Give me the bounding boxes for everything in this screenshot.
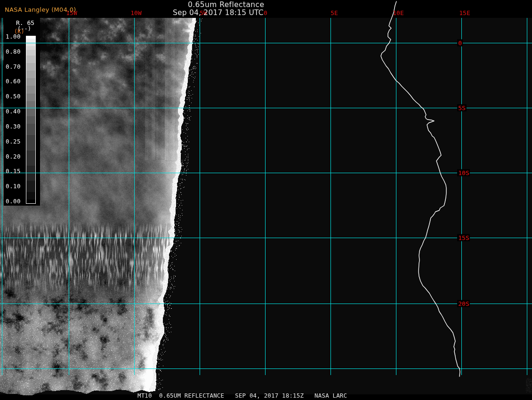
lon-label-5E: 5E xyxy=(330,10,338,16)
nasa-credit-label: NASA Langley (M04.0) xyxy=(5,7,76,13)
colorbar-tick-0.60: 0.60 xyxy=(6,79,21,85)
lat-label-5S: 5S xyxy=(457,104,467,112)
colorbar-tick-0.70: 0.70 xyxy=(6,64,21,70)
lon-label-15E: 15E xyxy=(459,10,470,16)
colorbar-tick-0.00: 0.00 xyxy=(6,199,21,205)
lon-label-10W: 10W xyxy=(130,10,141,16)
colorbar-tick-0.30: 0.30 xyxy=(6,124,21,130)
colorbar-tick-0.50: 0.50 xyxy=(6,94,21,100)
colorbar-tick-0.20: 0.20 xyxy=(6,153,21,160)
lat-label-15S: 15S xyxy=(457,234,470,241)
colorbar-tick-1.00: 1.00 xyxy=(6,34,21,40)
lat-label-20S: 20S xyxy=(457,300,470,307)
colorbar-tick-0.15: 0.15 xyxy=(6,168,21,175)
footer-caption: MT10 0.65UM REFLECTANCE SEP 04, 2017 18:… xyxy=(137,393,347,399)
colorbar-tick-0.40: 0.40 xyxy=(6,109,21,115)
colorbar-units: (--) xyxy=(17,26,31,32)
colorbar-tick-0.80: 0.80 xyxy=(6,49,21,55)
timestamp-label: Sep 04, 2017 18:15 UTC xyxy=(173,9,264,17)
product-title: 0.65um Reflectance xyxy=(188,1,264,9)
satellite-product-viewer: 5W NASA Langley (M04.0) 0.65um Reflectan… xyxy=(0,0,532,400)
lat-label-0: 0 xyxy=(457,40,463,47)
satellite-map-canvas xyxy=(0,0,532,400)
lat-label-10S: 10S xyxy=(457,169,470,176)
lon-label-0: 0 xyxy=(264,10,267,16)
lon-label-10E: 10E xyxy=(393,10,403,16)
colorbar-tick-0.10: 0.10 xyxy=(6,184,21,190)
colorbar-tick-0.25: 0.25 xyxy=(6,138,21,144)
